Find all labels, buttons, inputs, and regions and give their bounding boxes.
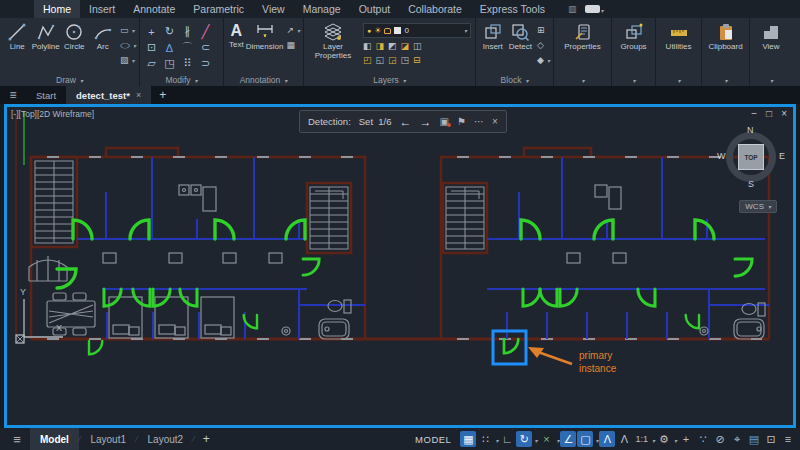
layer-tool[interactable]: ◫ [413, 41, 422, 51]
tab-start[interactable]: Start [26, 86, 66, 104]
ellipse-tool[interactable]: ◯ [120, 38, 136, 51]
modify-panel-title[interactable]: Modify [140, 73, 223, 86]
block-panel-title[interactable]: Block [476, 73, 553, 86]
trim-tool[interactable]: ∦ [179, 24, 196, 39]
clipboard-button[interactable]: Clipboard [705, 21, 746, 52]
snap-icon[interactable]: ∷ [477, 431, 493, 447]
tab-model[interactable]: Model [30, 428, 79, 450]
array-tool[interactable]: ⠿ [179, 56, 196, 71]
file-tab-menu-icon[interactable]: ≡ [0, 88, 26, 102]
next-set-button[interactable]: → [420, 115, 432, 129]
layer-tool[interactable]: ◧ [363, 41, 372, 51]
close-drawing-icon[interactable]: × [136, 90, 141, 100]
block-define-tool[interactable]: ◆ [537, 53, 550, 66]
dimension-button[interactable]: Dimension [246, 21, 284, 52]
fillet-tool[interactable]: ⌒ [179, 40, 196, 55]
close-button[interactable]: × [781, 108, 787, 119]
table-tool[interactable]: ▦ [286, 38, 300, 51]
groups-button[interactable]: Groups [615, 21, 652, 52]
new-layout-icon[interactable]: + [195, 432, 218, 446]
utilities-button[interactable]: Utilities [659, 21, 698, 52]
polyline-button[interactable]: Polyline [31, 21, 59, 52]
insert-button[interactable]: Insert [479, 21, 507, 52]
layer-tool[interactable]: ◳ [401, 55, 410, 65]
isodraft-icon[interactable]: × [538, 431, 554, 447]
scale-tool[interactable]: ◳ [161, 56, 178, 71]
flag-instance-icon[interactable]: ⚑ [457, 116, 466, 127]
layer-properties-button[interactable]: Layer Properties [307, 21, 359, 61]
groups-panel-expand[interactable] [612, 73, 655, 86]
hardware-acceleration-icon[interactable]: ⊘ [712, 431, 728, 447]
mirror-tool[interactable]: Δ [161, 40, 178, 55]
model-space-badge[interactable]: MODEL [410, 433, 456, 446]
minimize-button[interactable]: − [751, 108, 757, 119]
annotation-autoscale-icon[interactable]: Λ [616, 431, 632, 447]
polar-tracking-icon[interactable]: ↻ [516, 431, 532, 447]
viewcube-north[interactable]: N [747, 125, 754, 135]
utilities-panel-expand[interactable] [656, 73, 701, 86]
layer-dropdown[interactable]: ● ☀ 0 [363, 23, 471, 38]
customize-icon[interactable]: ≡ [780, 431, 796, 447]
viewcube-east[interactable]: E [779, 151, 785, 161]
leader-tool[interactable]: ↗ [286, 23, 300, 36]
object-snap-tracking-icon[interactable]: ∠ [560, 431, 576, 447]
layer-tool[interactable]: ◲ [388, 55, 397, 65]
previous-set-button[interactable]: ← [400, 115, 412, 129]
move-tool[interactable]: + [143, 24, 160, 39]
object-snap-icon[interactable]: ▢ [577, 431, 593, 447]
layer-tool[interactable]: ◩ [388, 41, 397, 51]
viewcube-top-face[interactable]: TOP [738, 144, 764, 170]
tab-view[interactable]: View [253, 0, 294, 18]
tab-parametric[interactable]: Parametric [184, 0, 253, 18]
properties-panel-expand[interactable] [554, 73, 611, 86]
tab-drawing[interactable]: detect_test* × [66, 86, 151, 104]
arc-button[interactable]: Arc [88, 21, 116, 52]
clean-screen-icon[interactable]: ⊡ [763, 431, 779, 447]
hatch-tool[interactable]: ▨ [120, 53, 136, 66]
text-button[interactable]: A Text [227, 21, 246, 50]
grid-icon[interactable]: ▦ [460, 431, 476, 447]
layer-tool[interactable]: ◱ [376, 55, 385, 65]
move-crosshair-icon[interactable]: + [678, 431, 694, 447]
viewport-controls[interactable]: [-][Top][2D Wireframe] [11, 109, 94, 119]
explode-tool[interactable]: ⊃ [197, 56, 214, 71]
erase-tool[interactable]: ╱ [197, 24, 214, 39]
featured-apps-icon[interactable]: ▥ [568, 4, 577, 14]
isolate-objects-icon[interactable]: ∵ [695, 431, 711, 447]
tab-layout2[interactable]: Layout2 [138, 428, 194, 450]
layer-tool[interactable]: ⊟ [413, 55, 421, 65]
rectangle-tool[interactable]: ▭ [120, 23, 136, 36]
block-edit-tool[interactable]: ⊞ [537, 23, 550, 36]
floor-plan-drawing[interactable]: Y X primary instance [7, 107, 793, 425]
tab-manage[interactable]: Manage [294, 0, 350, 18]
layer-tool[interactable]: ◨ [376, 41, 385, 51]
touchpad-toggle-icon[interactable] [585, 3, 604, 15]
tab-layout1[interactable]: Layout1 [80, 428, 136, 450]
tab-output[interactable]: Output [350, 0, 400, 18]
circle-button[interactable]: Circle [60, 21, 88, 52]
annotation-monitor-icon[interactable]: ⌖ [729, 431, 745, 447]
offset-tool[interactable]: ⊂ [197, 40, 214, 55]
viewcube-south[interactable]: S [748, 179, 754, 189]
layer-tool[interactable]: ◰ [363, 55, 372, 65]
detect-button[interactable]: Detect [507, 21, 535, 52]
annotation-panel-title[interactable]: Annotation [224, 73, 303, 86]
view-button[interactable]: View [753, 21, 789, 52]
tab-insert[interactable]: Insert [80, 0, 124, 18]
more-options-icon[interactable]: ⋯ [474, 116, 484, 127]
graphics-performance-icon[interactable]: ▤ [746, 431, 762, 447]
view-panel-expand[interactable] [750, 73, 792, 86]
rotate-tool[interactable]: ↻ [161, 24, 178, 39]
viewcube-west[interactable]: W [717, 151, 726, 161]
restore-button[interactable]: □ [766, 108, 772, 119]
annotation-scale[interactable]: 1:1 [633, 434, 650, 444]
tab-express-tools[interactable]: Express Tools [471, 0, 554, 18]
model-space-viewport[interactable]: [-][Top][2D Wireframe] − □ × Detection: … [4, 104, 796, 428]
ortho-icon[interactable]: ∟ [499, 431, 515, 447]
close-detection-icon[interactable]: × [492, 116, 498, 127]
layer-tool[interactable]: ◪ [401, 41, 410, 51]
viewcube[interactable]: N S W E TOP [723, 129, 779, 185]
line-button[interactable]: Line [3, 21, 31, 52]
tab-collaborate[interactable]: Collaborate [399, 0, 471, 18]
clipboard-panel-expand[interactable] [702, 73, 749, 86]
